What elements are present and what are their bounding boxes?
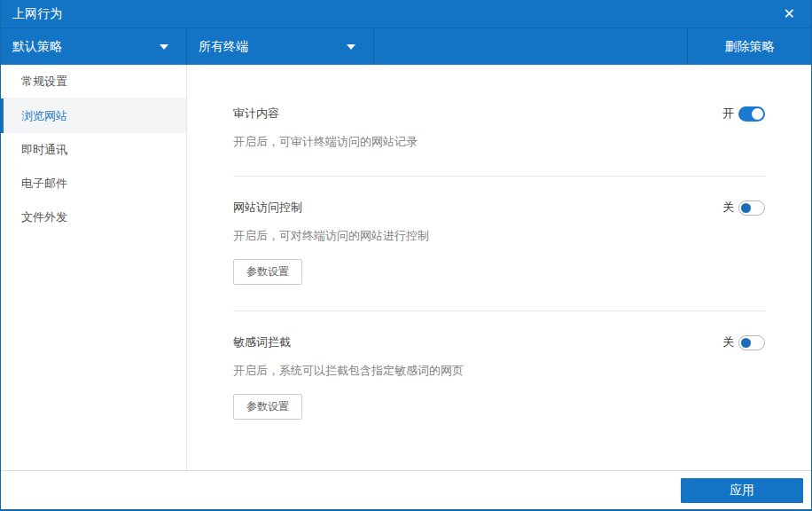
titlebar: 上网行为 ✕ [1,0,811,28]
policy-dropdown[interactable]: 默认策略 [1,28,187,65]
dialog-footer: 应用 [1,470,811,509]
toggle-knob [741,203,751,213]
toggle-knob [752,108,763,120]
internet-behavior-dialog: 上网行为 ✕ 默认策略 所有终端 删除策略 常规设置 浏览网站 即时通讯 [0,0,812,511]
settings-panel: 审计内容 开 开启后，可审计终端访问的网站记录 网站访问控制 关 [187,65,811,470]
toggle-group: 关 [722,200,765,216]
sidebar-item-label: 电子邮件 [21,177,67,190]
setting-head: 审计内容 开 [233,106,765,122]
website-access-control-toggle[interactable] [738,200,765,216]
terminal-dropdown[interactable]: 所有终端 [187,28,374,65]
toggle-state-label: 开 [722,106,734,122]
toggle-state-label: 关 [722,200,734,216]
setting-description: 开启后，系统可以拦截包含指定敏感词的网页 [233,363,765,379]
parameter-settings-button[interactable]: 参数设置 [233,259,302,285]
setting-title: 敏感词拦截 [233,334,291,350]
apply-button[interactable]: 应用 [681,478,803,503]
sidebar: 常规设置 浏览网站 即时通讯 电子邮件 文件外发 [1,65,187,470]
toolbar: 默认策略 所有终端 删除策略 [1,28,811,65]
setting-audit-content: 审计内容 开 开启后，可审计终端访问的网站记录 [233,65,765,177]
sidebar-item-label: 浏览网站 [21,109,67,122]
toggle-group: 开 [722,106,765,122]
setting-title: 网站访问控制 [233,200,302,216]
sidebar-item-email[interactable]: 电子邮件 [1,167,186,200]
dialog-body: 常规设置 浏览网站 即时通讯 电子邮件 文件外发 审计内容 开 [1,65,811,470]
setting-description: 开启后，可审计终端访问的网站记录 [233,134,765,150]
toolbar-spacer [374,28,687,65]
delete-policy-button[interactable]: 删除策略 [687,28,811,65]
chevron-down-icon [347,44,355,50]
sidebar-item-label: 即时通讯 [21,143,67,156]
setting-sensitive-word-blocking: 敏感词拦截 关 开启后，系统可以拦截包含指定敏感词的网页 参数设置 [233,311,765,445]
close-icon[interactable]: ✕ [784,7,795,21]
sidebar-item-browse-websites[interactable]: 浏览网站 [1,98,186,133]
sidebar-item-instant-messaging[interactable]: 即时通讯 [1,133,186,167]
setting-title: 审计内容 [233,106,279,122]
audit-content-toggle[interactable] [738,106,765,122]
setting-website-access-control: 网站访问控制 关 开启后，可对终端访问的网站进行控制 参数设置 [233,177,765,311]
toggle-state-label: 关 [722,334,734,350]
toggle-knob [741,338,751,348]
terminal-dropdown-value: 所有终端 [199,39,248,55]
sidebar-item-file-outgoing[interactable]: 文件外发 [1,200,186,234]
sidebar-item-label: 文件外发 [21,210,67,224]
setting-description: 开启后，可对终端访问的网站进行控制 [233,228,765,244]
chevron-down-icon [160,44,168,50]
sidebar-item-general-settings[interactable]: 常规设置 [1,65,186,98]
dialog-title: 上网行为 [12,6,62,22]
delete-policy-label: 删除策略 [725,39,775,55]
policy-dropdown-value: 默认策略 [12,39,62,55]
sensitive-word-blocking-toggle[interactable] [738,335,765,350]
setting-head: 敏感词拦截 关 [233,334,765,350]
sidebar-item-label: 常规设置 [21,75,67,88]
setting-head: 网站访问控制 关 [233,200,765,216]
toggle-group: 关 [722,334,765,350]
parameter-settings-button[interactable]: 参数设置 [233,394,302,420]
